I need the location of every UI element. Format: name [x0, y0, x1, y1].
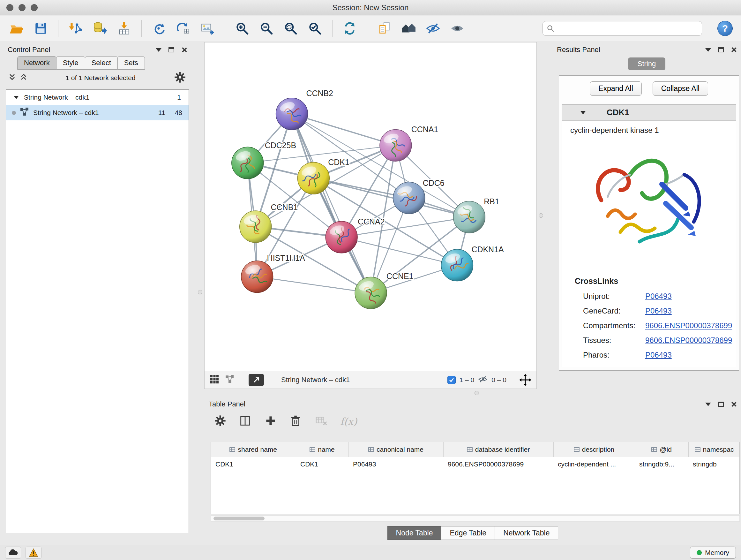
close-panel-icon[interactable]: [181, 47, 187, 53]
right-splitter-handle[interactable]: [539, 213, 543, 218]
open-browser-button[interactable]: [376, 20, 393, 37]
table-cell[interactable]: stringdb:9...: [635, 457, 688, 472]
table-horizontal-scrollbar[interactable]: [211, 515, 740, 522]
crosslink-link[interactable]: P06493: [645, 307, 672, 315]
network-node-rb1[interactable]: RB1: [453, 197, 499, 233]
tab-node-table[interactable]: Node Table: [387, 526, 442, 540]
tab-select[interactable]: Select: [85, 56, 118, 70]
import-network-database-button[interactable]: [91, 20, 108, 37]
home-button[interactable]: [401, 20, 417, 37]
node-table: shared namenamecanonical namedatabase id…: [211, 442, 740, 514]
warnings-button[interactable]: [25, 547, 42, 559]
network-from-selection-button[interactable]: [175, 20, 192, 37]
column-header-label: description: [582, 446, 615, 453]
float-panel-icon[interactable]: [718, 401, 724, 407]
zoom-in-button[interactable]: [234, 20, 251, 37]
tab-string[interactable]: String: [628, 57, 665, 70]
tab-network[interactable]: Network: [17, 56, 57, 70]
crosslink-link[interactable]: P06493: [645, 292, 672, 301]
open-session-button[interactable]: [8, 20, 25, 37]
table-row[interactable]: CDK1CDK1P064939606.ENSP00000378699cyclin…: [211, 457, 740, 472]
table-cell[interactable]: cyclin-dependent ...: [553, 457, 635, 472]
network-row-selected[interactable]: String Network – cdk1 11 48: [6, 105, 189, 120]
tab-edge-table[interactable]: Edge Table: [441, 526, 495, 540]
collapse-tree-icon[interactable]: [14, 96, 19, 99]
close-panel-icon[interactable]: [731, 401, 737, 407]
apply-layout-button[interactable]: [341, 20, 358, 37]
network-edge[interactable]: [292, 114, 395, 145]
bottom-splitter-handle[interactable]: [475, 391, 479, 395]
hidden-eye-icon[interactable]: [478, 374, 488, 386]
float-panel-icon[interactable]: [718, 47, 724, 52]
column-header-description[interactable]: description: [553, 442, 635, 457]
expand-all-button[interactable]: Expand All: [590, 81, 642, 96]
panel-menu-icon[interactable]: [705, 402, 711, 406]
zoom-out-button[interactable]: [258, 20, 275, 37]
network-node-hist1h1a[interactable]: HIST1H1A: [241, 253, 305, 293]
network-node-cdkn1a[interactable]: CDKN1A: [441, 245, 504, 281]
tab-sets[interactable]: Sets: [118, 56, 145, 70]
column-header-label: @id: [660, 446, 672, 453]
scrollbar-thumb[interactable]: [213, 516, 265, 520]
import-network-file-button[interactable]: [67, 20, 84, 37]
table-cell[interactable]: P06493: [348, 457, 443, 472]
column-header-shared-name[interactable]: shared name: [211, 442, 296, 457]
table-cell[interactable]: stringdb: [688, 457, 740, 472]
selected-nodes-checkbox[interactable]: [448, 376, 456, 384]
detach-view-button[interactable]: [249, 374, 264, 386]
network-node-ccna1[interactable]: CCNA1: [380, 125, 438, 161]
show-columns-icon[interactable]: [239, 414, 252, 429]
zoom-fit-button[interactable]: [282, 20, 299, 37]
search-input[interactable]: [557, 24, 698, 32]
crosslink-link[interactable]: 9606.ENSP00000378699: [645, 321, 732, 330]
network-edge[interactable]: [292, 114, 371, 293]
column-header-database-identifier[interactable]: database identifier: [443, 442, 553, 457]
collapse-all-button[interactable]: Collapse All: [653, 81, 708, 96]
birdseye-grid-icon[interactable]: [210, 374, 219, 385]
panel-menu-icon[interactable]: [705, 48, 711, 52]
gene-section-header[interactable]: CDK1: [562, 105, 736, 121]
network-edge[interactable]: [257, 277, 371, 293]
show-graphics-button[interactable]: [449, 20, 466, 37]
network-node-ccnb1[interactable]: CCNB1: [240, 203, 298, 243]
hide-graphics-button[interactable]: [425, 20, 441, 37]
tab-network-table[interactable]: Network Table: [495, 526, 558, 540]
table-settings-gear-icon[interactable]: [214, 415, 226, 428]
column-header-canonical-name[interactable]: canonical name: [348, 442, 443, 457]
export-image-button[interactable]: [199, 20, 216, 37]
column-header-namespac[interactable]: namespac: [688, 442, 740, 457]
left-splitter-handle[interactable]: [198, 290, 202, 294]
gear-icon[interactable]: [174, 71, 186, 85]
zoom-selected-button[interactable]: [307, 20, 323, 37]
save-session-button[interactable]: [32, 20, 49, 37]
network-collection-row[interactable]: String Network – cdk1 1: [6, 90, 189, 105]
collapse-all-icon[interactable]: [8, 73, 16, 83]
network-icon: [20, 107, 29, 118]
add-column-icon[interactable]: [264, 415, 277, 428]
column-header--id[interactable]: @id: [635, 442, 688, 457]
new-network-button[interactable]: [151, 20, 167, 37]
table-cell[interactable]: CDK1: [296, 457, 348, 472]
collapse-section-icon[interactable]: [581, 111, 586, 114]
network-edge[interactable]: [313, 178, 469, 217]
tab-style[interactable]: Style: [56, 56, 85, 70]
close-panel-icon[interactable]: [731, 47, 737, 53]
column-header-name[interactable]: name: [296, 442, 348, 457]
network-node-cdc25b[interactable]: CDC25B: [232, 141, 296, 179]
crosslink-link[interactable]: P06493: [645, 351, 672, 360]
share-network-icon[interactable]: [225, 374, 234, 385]
import-table-button[interactable]: [116, 20, 132, 37]
crosslink-link[interactable]: 9606.ENSP00000378699: [645, 336, 732, 345]
help-button[interactable]: ?: [718, 21, 733, 36]
float-panel-icon[interactable]: [169, 47, 174, 52]
memory-button[interactable]: Memory: [690, 547, 736, 559]
crosshair-icon[interactable]: [519, 374, 531, 386]
delete-column-trash-icon[interactable]: [289, 414, 302, 429]
network-node-cdk1[interactable]: CDK1: [297, 158, 349, 194]
network-canvas[interactable]: CCNB2CCNA1CDC25BCDK1CDC6RB1CCNB1CCNA2CDK…: [205, 43, 536, 371]
table-cell[interactable]: 9606.ENSP00000378699: [443, 457, 553, 472]
table-cell[interactable]: CDK1: [211, 457, 296, 472]
panel-menu-icon[interactable]: [156, 48, 161, 52]
expand-all-icon[interactable]: [20, 73, 27, 83]
cloud-button[interactable]: [5, 547, 21, 559]
